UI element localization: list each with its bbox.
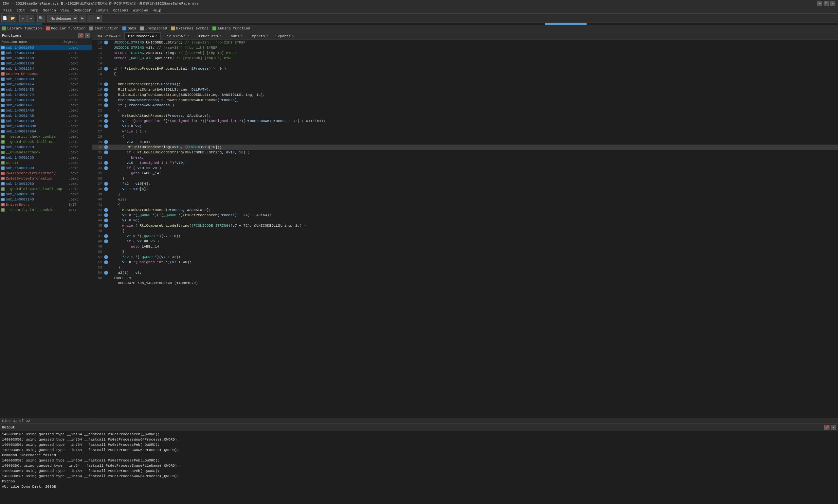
- function-row[interactable]: fsub_1400014A8.text: [0, 113, 92, 119]
- minimize-button[interactable]: —: [817, 1, 822, 6]
- functions-list[interactable]: fsub_140001000.textfsub_140001150.textfs…: [0, 45, 92, 418]
- function-row[interactable]: fDriverEntryINIT: [0, 202, 92, 208]
- breakpoint-dot[interactable]: [104, 46, 108, 50]
- breakpoint-dot[interactable]: [104, 40, 108, 44]
- breakpoint-dot[interactable]: [104, 161, 108, 165]
- breakpoint-dot[interactable]: [104, 109, 108, 112]
- breakpoint-dot[interactable]: [104, 239, 108, 243]
- menu-item-view[interactable]: View: [58, 8, 71, 13]
- functions-close[interactable]: ✕: [85, 33, 90, 38]
- breakpoint-dot[interactable]: [104, 83, 108, 86]
- function-row[interactable]: fsub_140001414.text: [0, 82, 92, 87]
- menu-item-debugger[interactable]: Debugger: [72, 8, 93, 13]
- function-row[interactable]: fsub_1400014A0.text: [0, 108, 92, 113]
- tab-enums[interactable]: Enums×: [225, 32, 246, 40]
- code-line[interactable]: 48 if ( v7 == v6 ): [92, 239, 838, 244]
- toolbar-open[interactable]: 📂: [9, 15, 16, 22]
- function-row[interactable]: fZwSetSystemInformation.text: [0, 176, 92, 181]
- breakpoint-dot[interactable]: [104, 135, 108, 139]
- code-line[interactable]: 47 v7 = *(_QWORD *)(v7 + 8);: [92, 234, 838, 239]
- tab-structures[interactable]: Structures×: [193, 32, 225, 40]
- function-row[interactable]: f__guard_dispatch_icall_nop.text: [0, 186, 92, 192]
- function-row[interactable]: fsub_140001D80.text: [0, 181, 92, 186]
- tab-close-icon[interactable]: ×: [155, 34, 157, 38]
- breakpoint-dot[interactable]: [104, 218, 108, 222]
- breakpoint-dot[interactable]: [104, 61, 108, 66]
- function-row[interactable]: fsub_140001150.text: [0, 50, 92, 56]
- code-line[interactable]: 0000047C sub_140001000:40 (14000107C): [92, 281, 838, 286]
- code-line[interactable]: 10 UNICODE_STRING UNICODEDLLString; // […: [92, 40, 838, 45]
- code-line[interactable]: 36 }: [92, 176, 838, 181]
- breakpoint-dot[interactable]: [104, 260, 108, 264]
- code-line[interactable]: 16 {: [92, 71, 838, 76]
- function-row[interactable]: fGetdwm_EProcess.text: [0, 71, 92, 76]
- code-line[interactable]: 34 if ( v10 == v9 ): [92, 165, 838, 171]
- code-line[interactable]: 15 if ( PsLookupProcessByProcessId(a1, &…: [92, 66, 838, 71]
- code-line[interactable]: 14: [92, 61, 838, 66]
- breakpoint-dot[interactable]: [104, 119, 108, 123]
- breakpoint-dot[interactable]: [104, 266, 108, 270]
- code-line[interactable]: 17: [92, 76, 838, 82]
- code-line[interactable]: 37 *a2 = v10[4];: [92, 181, 838, 186]
- code-line[interactable]: 53 }: [92, 265, 838, 270]
- code-line[interactable]: 31 if ( RtlEqualUnicodeString(&UNICODEDL…: [92, 150, 838, 155]
- function-row[interactable]: fsub_140001C10.text: [0, 145, 92, 150]
- code-line[interactable]: 22 if ( ProcessWow64Process ): [92, 103, 838, 108]
- breakpoint-dot[interactable]: [104, 172, 108, 175]
- toolbar-back[interactable]: ←: [19, 15, 27, 22]
- breakpoint-dot[interactable]: [104, 224, 108, 228]
- code-line[interactable]: 35 goto LABEL_14;: [92, 171, 838, 176]
- function-row[interactable]: fsub_140001CD0.text: [0, 165, 92, 171]
- code-line[interactable]: 52 v8 = *(unsigned int *)(v7 + 48);: [92, 260, 838, 265]
- breakpoint-dot[interactable]: [104, 77, 108, 81]
- code-line[interactable]: 12 struct _STRING ANSIDLLString; // [rsp…: [92, 50, 838, 56]
- tab-imports[interactable]: Imports×: [246, 32, 272, 40]
- function-row[interactable]: fsub_140002140.text: [0, 197, 92, 202]
- breakpoint-dot[interactable]: [104, 203, 108, 207]
- code-line[interactable]: 21 ProcessWow64Process = PsGetProcessWow…: [92, 97, 838, 103]
- close-button[interactable]: ✕: [830, 1, 835, 6]
- code-line[interactable]: 46 {: [92, 228, 838, 234]
- color-seg-1[interactable]: [0, 23, 42, 25]
- maximize-button[interactable]: □: [824, 1, 829, 6]
- function-row[interactable]: fsub_140001188.text: [0, 61, 92, 66]
- code-line[interactable]: 39 }: [92, 192, 838, 197]
- code-line[interactable]: 40 else: [92, 197, 838, 202]
- breakpoint-dot[interactable]: [104, 124, 108, 128]
- tab-close-icon[interactable]: ×: [219, 34, 221, 38]
- function-row[interactable]: fsub_14000140.text: [0, 103, 92, 108]
- breakpoint-dot[interactable]: [104, 72, 108, 76]
- tab-close-icon[interactable]: ×: [266, 34, 268, 38]
- breakpoint-dot[interactable]: [104, 250, 108, 254]
- breakpoint-dot[interactable]: [104, 56, 108, 60]
- tab-close-icon[interactable]: ×: [292, 34, 294, 38]
- code-line[interactable]: 50 }: [92, 249, 838, 254]
- menu-item-lumina[interactable]: Lumina: [93, 8, 111, 13]
- function-row[interactable]: fsub_140001474.text: [0, 92, 92, 97]
- breakpoint-dot[interactable]: [104, 245, 108, 249]
- tab-close-icon[interactable]: ×: [241, 34, 243, 38]
- code-line[interactable]: 24 KeStackAttachProcess(Process, &ApcSta…: [92, 113, 838, 119]
- breakpoint-dot[interactable]: [104, 166, 108, 170]
- output-content[interactable]: 140003050: using guessed type __int64 __…: [0, 431, 838, 489]
- breakpoint-dot[interactable]: [104, 88, 108, 92]
- function-row[interactable]: fsub_140001E80.text: [0, 192, 92, 197]
- breakpoint-dot[interactable]: [104, 114, 108, 118]
- code-line[interactable]: 19 RtlInitAnsiString(&ANSIDLLString, DLL…: [92, 87, 838, 92]
- breakpoint-dot[interactable]: [104, 281, 108, 285]
- code-line[interactable]: 42 KeStackAttachProcess(Process, &ApcSta…: [92, 208, 838, 213]
- breakpoint-dot[interactable]: [104, 140, 108, 144]
- code-line[interactable]: 51 *a2 = *(_QWORD *)(v7 + 32);: [92, 254, 838, 260]
- function-row[interactable]: f__guard_check_icall_nop.text: [0, 139, 92, 145]
- breakpoint-dot[interactable]: [104, 51, 108, 55]
- breakpoint-dot[interactable]: [104, 276, 108, 280]
- toolbar-new[interactable]: 📄: [1, 15, 8, 22]
- code-line[interactable]: 32 break;: [92, 155, 838, 160]
- tab-close-icon[interactable]: ×: [187, 34, 189, 38]
- breakpoint-dot[interactable]: [104, 103, 108, 107]
- code-line[interactable]: 45 while ( RtlCompareUnicodeString((PCUN…: [92, 223, 838, 228]
- code-line[interactable]: 27 while ( 1 ): [92, 129, 838, 134]
- tab-ida-view-a[interactable]: IDA View-A×: [92, 32, 124, 40]
- menu-item-search[interactable]: Search: [41, 8, 58, 13]
- breakpoint-dot[interactable]: [104, 271, 108, 275]
